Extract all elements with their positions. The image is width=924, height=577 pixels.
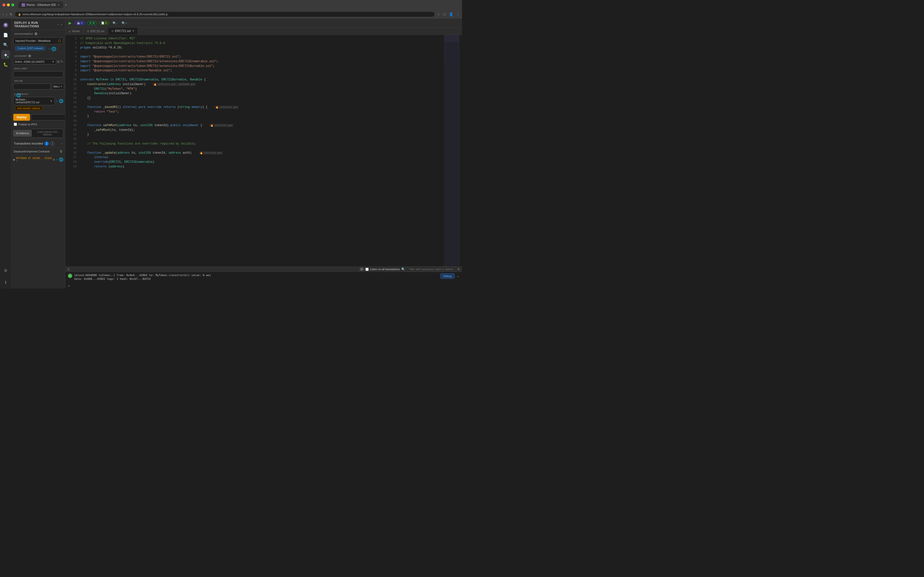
panel-expand-icon[interactable]: » [61,23,62,26]
annotation-5: ←5 [56,158,63,161]
tab-erc20[interactable]: ◇ ERC20.sol [84,27,108,35]
load-contract-button[interactable]: Load contract from Address [32,129,63,138]
unit-dropdown-icon: ▲▼ [58,85,63,88]
tab-close-button[interactable]: ✕ [58,3,60,6]
unit-value: Wei [53,85,58,88]
forward-button[interactable]: › [6,12,7,16]
activity-icon-bug[interactable]: 🐛 [1,60,10,69]
erc20-tab-label: ERC20.sol [90,29,104,33]
at-address-row: At Address Load contract from Address [11,128,65,139]
listen-all-transactions-checkbox[interactable] [365,268,369,271]
panel-title-icons: ✓ » [57,23,62,26]
transactions-info-icon[interactable]: ℹ [50,142,54,145]
close-button[interactable] [2,3,5,6]
transactions-label: Transactions recorded 2 ℹ [14,141,54,146]
copy-account-icon[interactable]: ⧉ [57,60,59,64]
unit-selector[interactable]: Wei ▲▼ [51,84,64,89]
value-row: 0 Wei ▲▼ [11,83,65,91]
account-selector[interactable]: 0x4e4...420b5 (16.244297( ▼ [13,59,56,64]
ai-badge-3[interactable]: 📄 AI [99,21,109,25]
erc20-tab-icon: ◇ [87,29,89,33]
terminal-prompt[interactable]: > [65,282,462,288]
tab-favicon [22,3,25,6]
reload-button[interactable]: ↻ [10,12,13,16]
transactions-row[interactable]: Transactions recorded 2 ℹ › [11,139,65,147]
deploy-button[interactable]: Deploy [13,114,30,121]
refresh-icon[interactable]: ↻ [457,268,460,271]
ai-badge-2[interactable]: 👁 AI [87,21,97,25]
activity-icon-search[interactable]: 🔍 [1,40,10,49]
publish-ipfs-checkbox[interactable] [14,122,17,126]
run-button[interactable]: ▶ [67,20,73,26]
new-tab-button[interactable]: + [64,3,67,7]
home-tab-icon: ⌂ [69,30,71,33]
minimize-button[interactable] [7,3,10,6]
contract-selector[interactable]: MyToken - contracts/ERC721.sol ▼ [13,97,55,105]
listen-label: Listen on all transactions [370,268,400,271]
contract-item-name: MYTOKEN AT 0X280...3C02D ! [16,157,52,162]
ai-icon-3: 📄 [101,22,104,24]
zoom-out-button[interactable]: 🔍- [111,21,119,26]
contract-item: ▶ MYTOKEN AT 0X280...3C02D ! ⧉ ←5 [11,155,65,164]
code-content[interactable]: // SPDX-License-Identifier: MIT // Compa… [78,35,444,266]
star-icon[interactable]: ☆ [437,12,440,16]
vertical-scrollbar[interactable] [459,35,462,266]
maximize-button[interactable] [11,3,14,6]
transactions-count-badge: 2 [45,141,49,146]
extension-icon[interactable]: ⬡ [443,12,446,16]
browser-tab[interactable]: Remix - Ethereum IDE ✕ [18,2,63,8]
code-editor: ‹ 12345 678910 1112131415 1617181920 212… [65,35,462,266]
back-button[interactable]: ‹ [2,12,4,16]
deployed-contracts-label: Deployed/Unpinned Contracts [14,150,50,153]
tab-erc721[interactable]: ◇ ERC721.sol ✕ [108,27,138,35]
copy-contract-icon[interactable]: ⧉ [53,158,55,161]
log-text: [block:6694886 txIndex:-] from: 0x4e4...… [74,273,211,281]
ai-badge-1[interactable]: 🤖 AI [75,21,85,25]
log-row: ✓ [block:6694886 txIndex:-] from: 0x4e4.… [65,272,462,282]
trash-icon[interactable]: 🗑 [59,150,63,153]
address-bar[interactable]: 🔒 remix.ethereum.org/#lang=en&optimize=f… [15,12,434,17]
ai-icon-1: 🤖 [77,22,80,24]
gas-limit-input[interactable]: 3000000 [13,71,63,77]
ai-label-1: AI [80,22,83,24]
edit-account-icon[interactable]: ✎ [61,60,63,64]
editor-toolbar: ▶ 🤖 AI 👁 AI 📄 AI 🔍- 🔍+ [65,19,462,27]
browser-tab-label: Remix - Ethereum IDE [27,3,56,6]
menu-icon[interactable]: ⋮ [456,12,460,16]
address-bar-row: ‹ › ↻ 🔒 remix.ethereum.org/#lang=en&opti… [0,10,462,19]
browser-chrome: Remix - Ethereum IDE ✕ + [0,0,462,10]
zoom-in-button[interactable]: 🔍+ [121,21,128,26]
account-label: ACCOUNT + [11,52,65,58]
activity-icon-remix[interactable]: R [1,21,10,29]
at-address-button[interactable]: At Address [13,130,32,137]
ai-label-2: AI [92,22,95,24]
expand-log-icon[interactable]: ⌄ [456,274,460,278]
log-line-2: data: 0x608...420b5 logs: 1 hash: 0xcb7.… [74,277,151,280]
bottom-panel: ⋀ 0 Listen on all transactions 🔍 ↻ ✓ [bl… [65,266,462,288]
transactions-text: Transactions recorded [14,142,43,145]
tab-home[interactable]: ⌂ Home [65,27,84,35]
editor-area: ▶ 🤖 AI 👁 AI 📄 AI 🔍- 🔍+ ⌂ Home ◇ [65,19,462,288]
contract-label: CONTRACT [11,91,65,97]
search-log-icon[interactable]: 🔍 [401,268,405,271]
ai-label-3: AI [105,22,107,24]
erc721-tab-close[interactable]: ✕ [132,29,134,32]
activity-icon-files[interactable]: 📄 [1,31,10,39]
annotation-2: ←i2 [48,47,56,51]
filter-input[interactable] [407,267,456,272]
account-value: 0x4e4...420b5 (16.244297( [15,60,45,63]
environment-selector[interactable]: Injected Provider - MetaMask ⬡ [13,37,63,44]
deploy-address-input[interactable]: 0x4e44c667D0E240112438c [31,114,65,121]
activity-icon-info[interactable]: ℹ [1,278,10,287]
value-amount-input[interactable]: 0 [13,84,51,89]
collapse-icon[interactable]: ⋀ [67,268,70,271]
debug-button[interactable]: Debug [440,273,455,279]
activity-icon-settings[interactable]: ⚙ [1,266,10,275]
activity-icon-deploy[interactable]: ◈ [1,50,10,59]
contract-expand-icon[interactable]: ▶ [13,158,15,161]
environment-info-icon[interactable]: ℹ [34,32,38,35]
collapse-left-button[interactable]: ‹ [65,35,69,266]
account-info-icon[interactable]: + [28,54,31,58]
url-text: remix.ethereum.org/#lang=en&optimize=fal… [22,13,167,16]
profile-icon[interactable]: 👤 [449,12,453,16]
